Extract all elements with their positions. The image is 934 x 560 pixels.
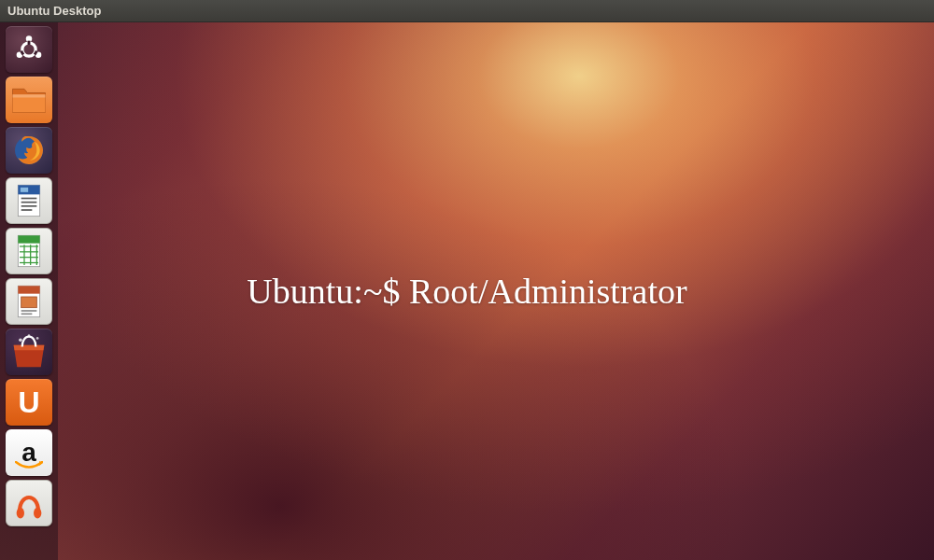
headphones-icon xyxy=(12,493,46,530)
ubuntu-one-icon: U xyxy=(18,385,39,420)
svg-rect-17 xyxy=(18,235,39,243)
top-panel[interactable]: Ubuntu Desktop xyxy=(0,0,934,22)
svg-rect-13 xyxy=(21,202,37,203)
folder-icon xyxy=(10,84,48,116)
svg-point-33 xyxy=(17,508,24,519)
launcher-item-music[interactable] xyxy=(6,480,52,526)
svg-rect-15 xyxy=(21,209,33,211)
svg-rect-4 xyxy=(28,41,31,45)
firefox-icon xyxy=(10,132,48,169)
document-calc-icon xyxy=(12,232,46,270)
svg-rect-14 xyxy=(21,205,37,207)
launcher-item-dash[interactable] xyxy=(6,26,52,73)
svg-rect-26 xyxy=(18,286,39,293)
shopping-bag-icon xyxy=(8,333,50,371)
svg-rect-7 xyxy=(13,94,46,97)
launcher-item-ubuntu-one[interactable]: U xyxy=(6,379,52,426)
svg-rect-28 xyxy=(21,310,37,312)
launcher-item-amazon[interactable]: a xyxy=(6,429,52,476)
svg-rect-11 xyxy=(21,188,28,192)
svg-point-30 xyxy=(19,338,22,342)
ubuntu-logo-icon xyxy=(12,33,46,66)
amazon-smile-icon xyxy=(15,461,43,470)
svg-rect-27 xyxy=(21,297,37,308)
launcher-item-software-center[interactable] xyxy=(6,329,52,375)
unity-launcher: U a xyxy=(0,22,58,560)
desktop-wallpaper[interactable]: Ubuntu:~$ Root/Administrator xyxy=(0,22,934,560)
launcher-item-files[interactable] xyxy=(6,77,52,123)
launcher-item-calc[interactable] xyxy=(6,228,52,274)
launcher-item-writer[interactable] xyxy=(6,177,52,224)
launcher-item-impress[interactable] xyxy=(6,278,52,325)
svg-rect-12 xyxy=(21,198,37,200)
launcher-item-firefox[interactable] xyxy=(6,127,52,174)
document-writer-icon xyxy=(12,182,46,219)
svg-rect-29 xyxy=(21,314,33,315)
svg-point-34 xyxy=(34,508,41,519)
document-impress-icon xyxy=(12,283,46,320)
overlay-caption: Ubuntu:~$ Root/Administrator xyxy=(247,271,686,312)
svg-point-32 xyxy=(28,334,31,337)
svg-point-31 xyxy=(36,337,39,340)
top-panel-title: Ubuntu Desktop xyxy=(7,4,101,18)
